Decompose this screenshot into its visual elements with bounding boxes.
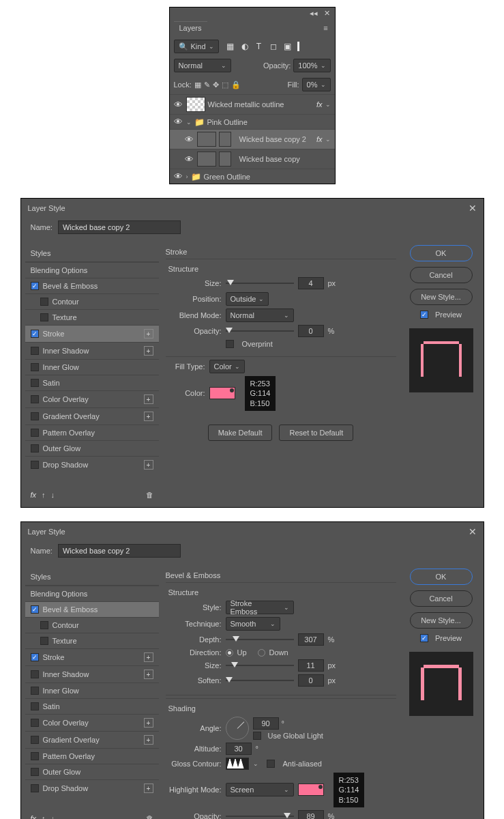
style-list-item[interactable]: Inner Glow [25,682,159,698]
blend-mode-dropdown[interactable]: Normal ⌄ [174,59,231,72]
add-effect-icon[interactable]: + [144,735,153,745]
style-checkbox[interactable] [40,298,48,306]
style-checkbox[interactable] [31,429,39,437]
style-checkbox[interactable] [31,702,39,710]
style-checkbox[interactable] [40,621,48,629]
reset-default-button[interactable]: Reset to Default [279,425,353,441]
close-icon[interactable]: ✕ [323,9,332,17]
make-default-button[interactable]: Make Default [208,425,273,441]
style-checkbox[interactable] [31,784,39,792]
style-checkbox[interactable] [31,412,39,420]
filter-adjustment-icon[interactable]: ◐ [240,42,250,51]
style-list-item[interactable]: Pattern Overlay [25,425,159,440]
color-swatch[interactable] [209,387,235,399]
size-input[interactable]: 11 [298,659,324,672]
style-list-item[interactable]: ✓Stroke+ [25,325,159,342]
add-effect-icon[interactable]: + [144,718,153,728]
style-checkbox[interactable] [40,313,48,321]
lock-all-icon[interactable]: 🔒 [231,81,241,89]
visibility-icon[interactable]: 👁 [185,134,194,145]
style-list-item[interactable]: Color Overlay+ [25,714,159,731]
soften-slider[interactable] [226,676,294,685]
filter-toggle-icon[interactable] [297,42,301,51]
gloss-contour-picker[interactable] [226,758,249,770]
trash-icon[interactable]: 🗑 [146,814,153,819]
up-icon[interactable]: ↑ [42,814,46,819]
layer-row[interactable]: 👁›📁Green Outline [170,169,335,184]
style-checkbox[interactable] [31,347,39,355]
highlight-opacity-slider[interactable] [226,811,294,819]
layer-row[interactable]: 👁⌄📁Pink Outline [170,114,335,129]
ok-button[interactable]: OK [410,245,473,261]
up-icon[interactable]: ↑ [42,491,46,499]
down-icon[interactable]: ↓ [51,491,55,499]
down-icon[interactable]: ↓ [51,814,55,819]
new-style-button[interactable]: New Style... [410,612,473,629]
filter-type-icon[interactable]: T [254,42,264,51]
style-list-item[interactable]: Texture [25,309,159,325]
highlight-mode-dropdown[interactable]: Screen⌄ [226,783,294,796]
collapse-icon[interactable]: ◂◂ [309,9,318,17]
add-effect-icon[interactable]: + [144,346,153,356]
style-checkbox[interactable] [31,379,39,387]
opacity-dropdown[interactable]: 100% ⌄ [293,59,330,72]
style-list-item[interactable]: Blending Options [25,586,159,601]
add-effect-icon[interactable]: + [144,784,153,793]
close-icon[interactable]: ✕ [469,526,477,537]
visibility-icon[interactable]: 👁 [174,171,183,182]
name-input[interactable] [58,544,181,558]
opacity-input[interactable]: 0 [298,325,324,337]
highlight-opacity-input[interactable]: 89 [298,810,324,819]
layer-row[interactable]: 👁Wicked base copy 2fx⌄ [170,129,335,149]
blend-mode-dropdown[interactable]: Normal⌄ [226,308,294,322]
angle-dial[interactable] [226,717,249,740]
visibility-icon[interactable]: 👁 [174,117,183,127]
style-list-item[interactable]: ✓Stroke+ [25,648,159,665]
style-list-item[interactable]: Pattern Overlay [25,748,159,764]
style-checkbox[interactable] [31,687,39,695]
expand-icon[interactable]: ⌄ [186,119,192,126]
style-checkbox[interactable]: ✓ [31,605,39,614]
style-list-item[interactable]: Satin [25,375,159,390]
visibility-icon[interactable]: 👁 [174,100,183,110]
filter-shape-icon[interactable]: ◻ [269,42,278,51]
style-checkbox[interactable] [31,670,39,678]
expand-icon[interactable]: › [186,173,188,180]
style-checkbox[interactable] [31,395,39,403]
opacity-slider[interactable] [226,326,294,336]
size-slider[interactable] [226,278,294,288]
fx-icon[interactable]: fx [31,491,37,499]
style-checkbox[interactable]: ✓ [31,653,39,661]
style-list-item[interactable]: Gradient Overlay+ [25,731,159,748]
add-effect-icon[interactable]: + [144,460,153,470]
fx-badge[interactable]: fx [316,135,323,143]
style-checkbox[interactable] [31,444,39,452]
preview-checkbox[interactable]: ✓ [420,311,428,319]
style-list-item[interactable]: ✓Bevel & Emboss [25,601,159,617]
layer-row[interactable]: 👁Wicked metallic outlinefx⌄ [170,94,335,114]
style-list-item[interactable]: Outer Glow [25,764,159,779]
trash-icon[interactable]: 🗑 [146,491,153,499]
ok-button[interactable]: OK [410,569,473,585]
style-checkbox[interactable] [40,637,48,645]
style-list-item[interactable]: Texture [25,633,159,648]
filter-smart-icon[interactable]: ▣ [283,42,293,51]
cancel-button[interactable]: Cancel [410,590,473,607]
add-effect-icon[interactable]: + [144,670,153,679]
size-slider[interactable] [226,661,294,670]
soften-input[interactable]: 0 [298,674,324,687]
style-checkbox[interactable] [31,719,39,727]
style-list-item[interactable]: Contour [25,617,159,633]
lock-position-icon[interactable]: ✥ [213,81,219,89]
fx-badge[interactable]: fx [316,100,323,109]
style-checkbox[interactable] [31,768,39,776]
close-icon[interactable]: ✕ [469,203,477,214]
style-list-item[interactable]: Gradient Overlay+ [25,407,159,425]
style-checkbox[interactable] [31,461,39,469]
lock-transparent-icon[interactable]: ▦ [194,81,201,89]
depth-slider[interactable] [226,635,294,644]
style-list-item[interactable]: Contour [25,293,159,309]
lock-pixels-icon[interactable]: ✎ [204,81,210,89]
style-checkbox[interactable]: ✓ [31,282,39,290]
style-list-item[interactable]: Inner Shadow+ [25,665,159,682]
